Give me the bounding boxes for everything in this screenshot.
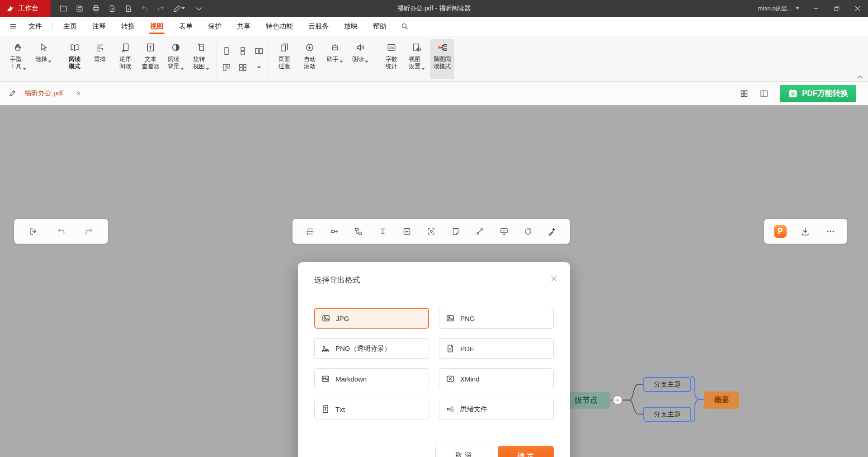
mindmap-branch-node[interactable]: 分支主题 (643, 377, 691, 392)
open-file-button[interactable] (56, 2, 71, 15)
menu-file[interactable]: 文件 (25, 17, 46, 36)
reverse-read-button[interactable]: 逆序 阅读 (113, 39, 137, 79)
new-document-button[interactable] (121, 2, 136, 15)
view-settings-button[interactable]: 视图 设置 (405, 39, 429, 79)
export-option-jpg[interactable]: JPG (314, 308, 429, 329)
read-mode-button[interactable]: 阅读 模式 (62, 39, 87, 79)
read-aloud-button[interactable]: 朗读 (348, 39, 373, 79)
brand-badge[interactable]: P (774, 225, 787, 238)
mindmap-icon (437, 42, 448, 53)
reflow-button[interactable]: 重排 (88, 39, 112, 79)
new-document-icon (124, 5, 132, 13)
refresh-style-button[interactable] (521, 225, 535, 238)
add-topic-button[interactable] (328, 225, 341, 238)
edit-text-button[interactable] (376, 225, 390, 238)
menu-help[interactable]: 帮助 (369, 17, 390, 36)
dialog-close-button[interactable] (547, 272, 560, 285)
hamburger-menu-icon[interactable] (6, 22, 20, 30)
export-option-txt[interactable]: Txt (314, 399, 429, 419)
single-page-button[interactable] (219, 43, 234, 59)
facing-page-button[interactable] (251, 43, 267, 59)
document-tab[interactable]: 福昕办公.pdf (19, 82, 87, 105)
close-window-button[interactable] (847, 0, 868, 17)
read-background-button[interactable]: 阅读 背景 (164, 39, 188, 79)
cancel-button[interactable]: 取 消 (435, 446, 491, 457)
panel-layout-button[interactable] (757, 87, 771, 100)
add-subtopic-button[interactable] (352, 225, 365, 238)
presentation-button[interactable] (497, 225, 511, 238)
toolbar-options-button[interactable] (190, 2, 208, 15)
menu-cloud[interactable]: 云服务 (305, 17, 332, 36)
save-button[interactable] (72, 2, 87, 15)
text-viewer-button[interactable]: 文本 查看器 (138, 39, 163, 79)
gear-page-icon (412, 42, 422, 53)
screenshot-frame-button[interactable] (425, 225, 438, 238)
mindmap-mode-button[interactable]: 脑图阅 读模式 (430, 39, 454, 79)
account-menu[interactable]: miarua的监... (751, 5, 806, 13)
export-option-xmind[interactable]: XMind (439, 368, 554, 389)
more-options-button[interactable] (824, 225, 837, 238)
screenshot-frame-icon (427, 227, 436, 236)
confirm-button[interactable]: 确 定 (498, 446, 554, 457)
select-tool-button[interactable]: 选择 (31, 39, 56, 79)
grid-view-icon (740, 89, 749, 98)
undo-button[interactable] (54, 225, 68, 238)
pen-tool-button[interactable] (170, 2, 188, 15)
print-button[interactable] (89, 2, 103, 15)
page-transition-button[interactable]: 页面 过渡 (272, 39, 297, 79)
undo-button[interactable] (137, 2, 152, 15)
menu-share[interactable]: 共享 (233, 17, 254, 36)
export-option-pdf[interactable]: PDF (439, 338, 554, 359)
export-option-mind-file[interactable]: 思绪文件 (439, 399, 554, 419)
tab-close-icon[interactable] (75, 90, 81, 96)
word-count-button[interactable]: AB 字数 统计 (379, 39, 404, 79)
redo-button[interactable] (82, 225, 95, 238)
page-layout-more-button[interactable] (251, 60, 267, 75)
pencil-icon[interactable] (5, 89, 19, 98)
menu-present[interactable]: 放映 (340, 17, 361, 36)
outline-structure-button[interactable] (303, 225, 317, 238)
menu-view[interactable]: 视图 (146, 17, 167, 36)
menu-convert[interactable]: 转换 (118, 17, 138, 36)
minimize-icon (812, 5, 820, 12)
mindmap-branch-node[interactable]: 分支主题 (643, 407, 691, 422)
read-background-label: 阅读 背景 (168, 56, 179, 70)
mindmap-summary-node[interactable]: 概要 (704, 391, 739, 409)
hand-tool-button[interactable]: 手型 工具 (6, 39, 30, 79)
export-option-png-transparent[interactable]: PNG（透明背景） (314, 338, 429, 359)
continuous-page-button[interactable] (235, 43, 250, 59)
mindmap-canvas[interactable]: P 级节点 分支主题 分支主题 概要 思维导图 100% (0, 105, 868, 457)
menu-form[interactable]: 表单 (175, 17, 196, 36)
export-document-button[interactable] (105, 2, 119, 15)
page-layout-4-button[interactable] (219, 60, 234, 75)
menubar: 文件 主页 注释 转换 视图 表单 保护 共享 特色功能 云服务 放映 帮助 (0, 17, 868, 36)
export-option-png[interactable]: PNG (439, 308, 554, 329)
minimize-button[interactable] (806, 0, 826, 17)
auto-scroll-button[interactable]: 自动 滚动 (297, 39, 322, 79)
page-layout-5-button[interactable] (235, 60, 250, 75)
menu-comment[interactable]: 注释 (89, 17, 109, 36)
assistant-label: 助手 (327, 56, 339, 63)
collapse-ribbon-icon[interactable] (856, 74, 863, 80)
note-button[interactable] (449, 225, 462, 238)
pdf-convert-button[interactable]: PDF万能转换 (780, 85, 856, 102)
ai-magic-button[interactable] (546, 225, 559, 238)
search-icon[interactable] (397, 22, 412, 30)
redo-button[interactable] (154, 2, 168, 15)
relation-line-button[interactable] (473, 225, 486, 238)
menu-features[interactable]: 特色功能 (262, 17, 297, 36)
insert-node-button[interactable] (400, 225, 414, 238)
mind-file-icon (446, 405, 455, 414)
word-count-label: 字数 统计 (386, 56, 397, 70)
restore-button[interactable] (826, 0, 847, 17)
titlebar: 工作台 福昕办公.pdf - 福昕阅读器 miarua的监... (0, 0, 868, 17)
download-button[interactable] (798, 225, 812, 238)
workspace-button[interactable]: 工作台 (0, 0, 51, 17)
assistant-button[interactable]: 助手 (323, 39, 347, 79)
grid-view-button[interactable] (737, 87, 751, 100)
export-option-markdown[interactable]: Markdown (314, 368, 429, 389)
rotate-view-button[interactable]: 旋转 视图 (189, 39, 213, 79)
collapse-outline-button[interactable] (27, 225, 40, 238)
menu-protect[interactable]: 保护 (204, 17, 225, 36)
menu-home[interactable]: 主页 (60, 17, 80, 36)
